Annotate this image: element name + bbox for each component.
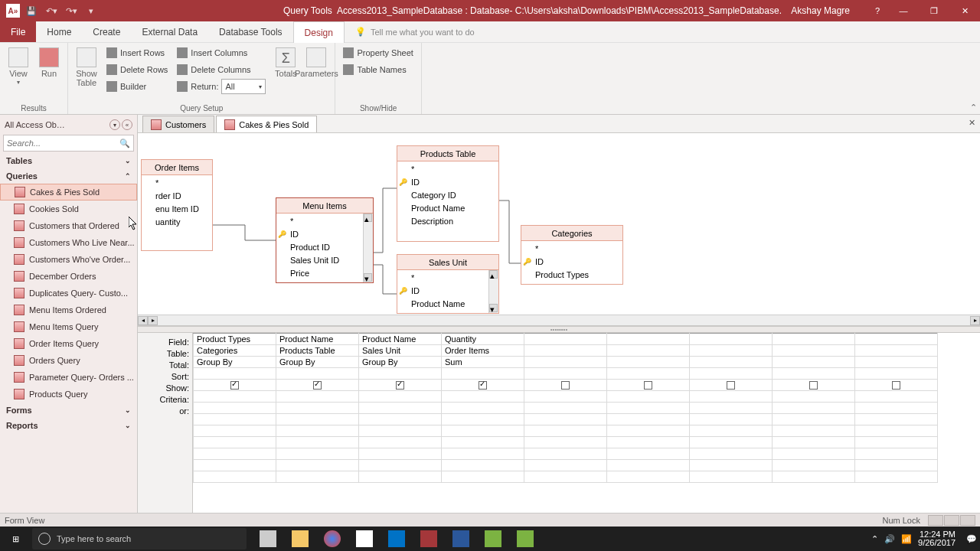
- help-button[interactable]: ?: [867, 0, 888, 21]
- nav-collapse-icon[interactable]: «: [122, 119, 132, 130]
- explorer-icon[interactable]: [285, 527, 315, 551]
- grid-cell[interactable]: [607, 345, 690, 357]
- table-scrollbar[interactable]: ▴▾: [488, 270, 498, 313]
- table-field[interactable]: Product Types: [521, 269, 622, 282]
- grid-cell[interactable]: [524, 368, 607, 380]
- table-field[interactable]: Description: [397, 215, 498, 228]
- table-field[interactable]: ID: [276, 228, 373, 241]
- show-checkbox[interactable]: [313, 381, 322, 390]
- show-checkbox[interactable]: [727, 381, 735, 390]
- grid-cell[interactable]: [524, 391, 607, 403]
- nav-section-queries[interactable]: Queries⌃: [0, 168, 137, 184]
- sql-view-button[interactable]: [944, 515, 959, 526]
- delete-rows-button[interactable]: Delete Rows: [103, 61, 171, 78]
- grid-cell[interactable]: [276, 403, 359, 414]
- nav-menu-icon[interactable]: ▾: [109, 119, 120, 130]
- tab-design[interactable]: Design: [293, 21, 345, 43]
- grid-columns[interactable]: Product TypesProduct NameProduct NameQua…: [193, 333, 980, 537]
- grid-cell[interactable]: [773, 448, 855, 460]
- grid-cell[interactable]: [773, 368, 855, 380]
- close-doc-icon[interactable]: ✕: [969, 118, 975, 128]
- grid-cell[interactable]: [690, 460, 773, 471]
- table-names-button[interactable]: Table Names: [340, 61, 416, 78]
- table-menu-items[interactable]: Menu Items * ID Product ID Sales Unit ID…: [276, 197, 374, 283]
- grid-cell[interactable]: [607, 334, 690, 345]
- grid-cell[interactable]: [359, 471, 442, 483]
- app-icon[interactable]: [478, 527, 508, 551]
- grid-cell[interactable]: Product Name: [276, 334, 359, 345]
- nav-query-item[interactable]: Cookies Sold: [0, 201, 137, 217]
- grid-cell[interactable]: [359, 425, 442, 437]
- grid-cell[interactable]: [690, 425, 773, 437]
- grid-cell[interactable]: [690, 448, 773, 460]
- show-checkbox[interactable]: [230, 381, 239, 390]
- insert-rows-button[interactable]: Insert Rows: [103, 44, 171, 61]
- nav-section-reports[interactable]: Reports⌄: [0, 418, 137, 433]
- grid-cell[interactable]: [855, 391, 938, 403]
- grid-cell[interactable]: [690, 368, 773, 380]
- grid-cell[interactable]: Product Name: [359, 334, 442, 345]
- table-order-items[interactable]: Order Items * rder ID enu Item ID uantit…: [141, 159, 213, 251]
- show-checkbox[interactable]: [644, 381, 652, 390]
- nav-query-item[interactable]: Duplicates Query- Custo...: [0, 285, 137, 302]
- grid-cell[interactable]: [773, 437, 855, 448]
- tab-file[interactable]: File: [0, 21, 36, 42]
- grid-cell[interactable]: Order Items: [442, 345, 524, 357]
- grid-cell[interactable]: [442, 380, 524, 391]
- grid-cell[interactable]: [690, 345, 773, 357]
- app-icon[interactable]: [510, 527, 541, 551]
- grid-cell[interactable]: [855, 380, 938, 391]
- grid-cell[interactable]: [855, 460, 938, 471]
- nav-query-item[interactable]: Orders Query: [0, 352, 137, 369]
- grid-cell[interactable]: [442, 448, 524, 460]
- grid-cell[interactable]: [524, 437, 607, 448]
- builder-button[interactable]: Builder: [103, 78, 171, 95]
- grid-cell[interactable]: [276, 460, 359, 471]
- grid-cell[interactable]: [607, 368, 690, 380]
- grid-cell[interactable]: [773, 391, 855, 403]
- grid-cell[interactable]: [773, 334, 855, 345]
- grid-cell[interactable]: Group By: [359, 357, 442, 368]
- wifi-icon[interactable]: 📶: [901, 534, 912, 544]
- grid-cell[interactable]: [194, 437, 276, 448]
- grid-cell[interactable]: Products Table: [276, 345, 359, 357]
- nav-query-item[interactable]: Menu Items Ordered: [0, 302, 137, 318]
- tab-external-data[interactable]: External Data: [131, 21, 208, 42]
- grid-cell[interactable]: [194, 380, 276, 391]
- grid-cell[interactable]: [855, 345, 938, 357]
- nav-search[interactable]: 🔍: [3, 135, 134, 152]
- grid-cell[interactable]: [607, 448, 690, 460]
- grid-cell[interactable]: [773, 471, 855, 483]
- grid-cell[interactable]: [773, 425, 855, 437]
- grid-cell[interactable]: [276, 471, 359, 483]
- return-control[interactable]: Return:All▾: [174, 78, 269, 95]
- notifications-icon[interactable]: 💬: [966, 534, 977, 544]
- table-field[interactable]: *: [276, 215, 373, 228]
- table-field[interactable]: Category ID: [397, 189, 498, 202]
- taskbar-clock[interactable]: 12:24 PM9/26/2017: [918, 530, 960, 547]
- grid-cell[interactable]: [690, 414, 773, 425]
- grid-cell[interactable]: [442, 425, 524, 437]
- table-field[interactable]: enu Item ID: [142, 203, 212, 216]
- grid-cell[interactable]: [773, 380, 855, 391]
- view-button[interactable]: View▾: [5, 44, 32, 87]
- table-field[interactable]: rder ID: [142, 190, 212, 203]
- grid-cell[interactable]: [773, 345, 855, 357]
- table-field[interactable]: uantity: [142, 216, 212, 229]
- grid-cell[interactable]: [442, 414, 524, 425]
- grid-cell[interactable]: [359, 414, 442, 425]
- grid-cell[interactable]: Quantity: [442, 334, 524, 345]
- save-icon[interactable]: 💾: [23, 2, 40, 19]
- grid-cell[interactable]: [442, 403, 524, 414]
- table-field[interactable]: Price: [276, 267, 373, 280]
- grid-cell[interactable]: Sales Unit: [359, 345, 442, 357]
- grid-cell[interactable]: Categories: [194, 345, 276, 357]
- grid-cell[interactable]: [690, 437, 773, 448]
- grid-cell[interactable]: [607, 425, 690, 437]
- task-view-icon[interactable]: [253, 527, 283, 551]
- table-field[interactable]: Sales Unit ID: [276, 254, 373, 267]
- grid-cell[interactable]: [524, 334, 607, 345]
- grid-cell[interactable]: [690, 391, 773, 403]
- table-sales-unit[interactable]: Sales Unit * ID Product Name ▴▾: [397, 254, 499, 314]
- table-field[interactable]: ID: [397, 176, 498, 189]
